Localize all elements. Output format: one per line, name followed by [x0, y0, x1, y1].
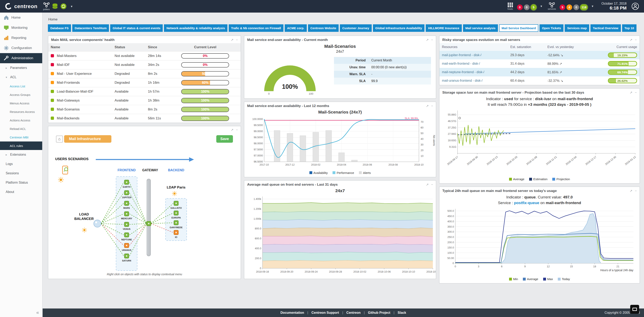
- table-row[interactable]: Mail-BackendsAvailable56m 11s100%: [48, 114, 241, 123]
- sidebar-item-platform-status[interactable]: Platform Status: [0, 178, 42, 187]
- sidebar-item-centreon-mbi[interactable]: Centreon MBI: [0, 133, 42, 141]
- svg-text:600.0: 600.0: [255, 237, 261, 240]
- table-row[interactable]: mail-neptune-frontend - disk-/44.2 days8…: [440, 68, 640, 76]
- sidebar-item-reporting[interactable]: Reporting: [0, 33, 42, 43]
- svg-text:55.88G: 55.88G: [448, 113, 456, 116]
- storage-table-header: ResourcesEst. saturationEvol. vs yesterd…: [440, 43, 640, 51]
- pollers-chevron-down-icon[interactable]: ▾: [71, 4, 72, 8]
- panel-export-icon[interactable]: ↗: [426, 38, 428, 41]
- panel-minimize-icon[interactable]: −: [431, 183, 433, 186]
- tab-mail-service-analysis[interactable]: Mail service analysis: [463, 24, 498, 32]
- tab-trafic-nb-connection-on-firewall[interactable]: Trafic & Nb connection on Firewall: [229, 24, 284, 32]
- svg-text:2018-02: 2018-02: [311, 163, 320, 166]
- status-square-icon: [51, 99, 54, 102]
- panel-minimize-icon[interactable]: −: [236, 128, 238, 132]
- sidebar-item-acl[interactable]: ▾ACL: [0, 72, 42, 82]
- panel-export-icon[interactable]: ↗: [630, 189, 632, 193]
- column-header: Name: [48, 43, 112, 51]
- services-chevron-down-icon[interactable]: ▾: [592, 4, 593, 8]
- hosts-chevron-down-icon[interactable]: ▾: [540, 4, 542, 8]
- table-row[interactable]: Mail-GatewaysAvailable1h 38m100%: [48, 96, 241, 105]
- tab-network-availability-reliability-analysis[interactable]: Network availability & reliability analy…: [164, 24, 227, 32]
- sidebar-item-about[interactable]: About: [0, 187, 42, 197]
- sidebar-item-home[interactable]: Home: [0, 12, 42, 23]
- tab-customer-journey[interactable]: Customer Journey: [340, 24, 372, 32]
- table-row[interactable]: Mail-IDFNot available34m 2s0%: [48, 60, 241, 69]
- tab-services-map[interactable]: Services map: [565, 24, 589, 32]
- engine-button[interactable]: [60, 3, 67, 9]
- panel-export-icon[interactable]: ↗: [630, 38, 632, 41]
- tab-open-tickets[interactable]: Open Tickets: [540, 24, 564, 32]
- footer-link-centreon[interactable]: Centreon: [346, 311, 360, 315]
- svg-text:2018-09-20: 2018-09-20: [280, 270, 294, 273]
- sidebar-item-administration[interactable]: Administration: [0, 53, 42, 63]
- svg-text:2017-12: 2017-12: [285, 163, 294, 166]
- status-badge[interactable]: 0: [517, 4, 523, 10]
- svg-text:1.000k: 1.000k: [254, 218, 261, 220]
- user-menu-button[interactable]: [632, 2, 639, 10]
- pollers-button[interactable]: pollers: [43, 2, 50, 10]
- broker-button[interactable]: [52, 3, 58, 9]
- tab-global-infrastructure-availability[interactable]: Global Infrastructure Availability: [373, 24, 425, 32]
- footer-link-centreon-support[interactable]: Centreon Support: [312, 311, 339, 315]
- tab-global-it-status-current-events[interactable]: Global IT status & current events: [110, 24, 163, 32]
- tab-database-fs[interactable]: Database FS: [48, 24, 71, 32]
- tab-centreon-website[interactable]: Centreon Website: [308, 24, 339, 32]
- help-widget-button[interactable]: [630, 305, 639, 314]
- sidebar-item-monitoring[interactable]: Monitoring: [0, 23, 42, 33]
- tab-acme-corp[interactable]: ACME corp.: [285, 24, 307, 32]
- status-badge[interactable]: 4: [566, 4, 572, 10]
- panel-minimize-icon[interactable]: −: [431, 104, 433, 108]
- sidebar-item-configuration[interactable]: Configuration: [0, 43, 42, 53]
- topbar: centreon pollers ▾ hosts 005 ▾: [0, 0, 644, 12]
- panel-export-icon[interactable]: ↗: [231, 38, 233, 41]
- sidebar-item-parameters[interactable]: ▸Parameters: [0, 63, 42, 72]
- sidebar-item-resources-access[interactable]: Resources Access: [0, 107, 42, 116]
- tab-datacenters-tem-hum[interactable]: Datacenters Tem/Hum: [72, 24, 109, 32]
- sidebar-item-access-groups[interactable]: Access Groups: [0, 90, 42, 99]
- table-row[interactable]: Mail - User ExperienceDegraded8m 2s50%: [48, 69, 241, 78]
- table-row[interactable]: Mail-FrontendsDegraded1h 16m60%: [48, 78, 241, 87]
- sidebar-item-logs[interactable]: Logs: [0, 159, 42, 169]
- tab-hillmore-insurance[interactable]: HILLMORE Insurance: [426, 24, 462, 32]
- status-badge[interactable]: 118: [580, 4, 588, 10]
- status-badge[interactable]: 5: [560, 4, 565, 10]
- table-row[interactable]: mail-earth-frontend - disk-/31.4 days88.…: [440, 59, 640, 68]
- panel-export-icon[interactable]: ↗: [426, 183, 428, 186]
- sidebar-item-reload-acl[interactable]: Reload ACL: [0, 124, 42, 133]
- sidebar-item-sessions[interactable]: Sessions: [0, 169, 42, 178]
- table-row[interactable]: Mail-MastersNot available28m 14s0%: [48, 51, 241, 60]
- panel-export-icon[interactable]: ↗: [426, 104, 428, 108]
- footer-link-github-project[interactable]: Github Project: [368, 311, 390, 315]
- table-row[interactable]: Load-Balancer-Mail-IDFAvailable1h 57m100…: [48, 87, 241, 96]
- sidebar-item-acl-rules[interactable]: ACL rules: [0, 141, 42, 150]
- panel-minimize-icon[interactable]: −: [236, 38, 238, 41]
- status-badge[interactable]: 5: [531, 4, 536, 10]
- status-badge[interactable]: 0: [524, 4, 530, 10]
- tab-tactical-overview[interactable]: Tactical Overview: [590, 24, 621, 32]
- hosts-button[interactable]: hosts: [507, 2, 513, 10]
- sidebar-item-extensions[interactable]: ▸Extensions: [0, 150, 42, 159]
- svg-text:2018-09-28: 2018-09-28: [329, 270, 342, 273]
- panel-minimize-icon[interactable]: −: [635, 189, 637, 193]
- table-row[interactable]: mail-uranus-frontend - disk-/60.4 days-3…: [440, 76, 640, 85]
- status-badge[interactable]: 0: [574, 4, 579, 10]
- services-button[interactable]: services: [548, 2, 556, 10]
- footer-link-slack[interactable]: Slack: [398, 311, 406, 315]
- breadcrumb[interactable]: Home: [48, 17, 58, 21]
- panel-minimize-icon[interactable]: −: [635, 91, 637, 94]
- table-row[interactable]: Mail-ScenariosAvailable8m 2s100%: [48, 105, 241, 114]
- sidebar-item-access-list[interactable]: Access List: [0, 82, 42, 90]
- tab-mail-service-dashboard[interactable]: Mail Service Dashboard: [499, 24, 538, 32]
- panel-export-icon[interactable]: ↗: [231, 128, 233, 132]
- sidebar-item-menus-access[interactable]: Menus Access: [0, 99, 42, 107]
- sidebar-collapse-button[interactable]: «: [36, 310, 39, 316]
- panel-minimize-icon[interactable]: −: [431, 38, 433, 41]
- panel-minimize-icon[interactable]: −: [635, 38, 637, 41]
- brand-logo[interactable]: centreon: [0, 3, 43, 10]
- footer-link-documentation[interactable]: Documentation: [280, 311, 304, 315]
- panel-export-icon[interactable]: ↗: [630, 91, 632, 94]
- table-row[interactable]: mail-jupiter-frontend - disk-/29.3 days-…: [440, 51, 640, 59]
- tab-top-10[interactable]: Top 10: [622, 24, 636, 32]
- sidebar-item-actions-access[interactable]: Actions Access: [0, 116, 42, 124]
